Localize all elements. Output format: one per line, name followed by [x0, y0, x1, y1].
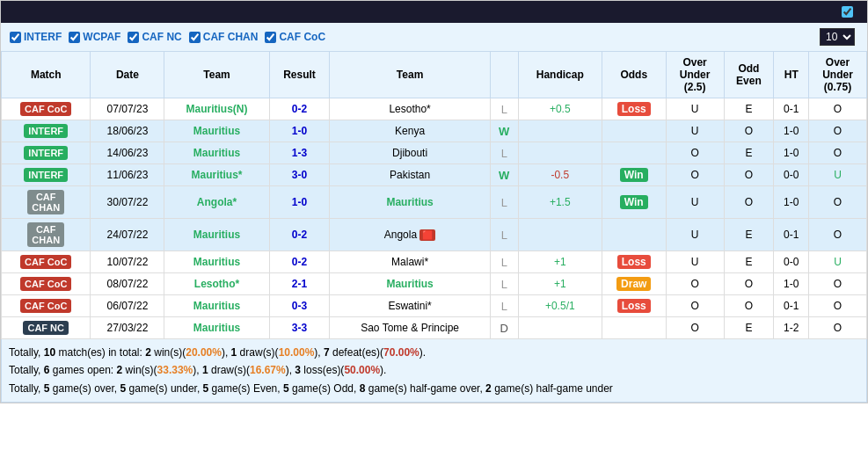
footer-line1: Totally, 10 match(es) in total: 2 win(s)… [9, 344, 859, 361]
col-team2: Team [330, 52, 490, 98]
match-type-cell: CAF CoC [2, 251, 91, 273]
over-under2-cell: U [809, 251, 867, 273]
header-right [842, 6, 858, 18]
odds-cell [602, 219, 666, 251]
over-under2-cell: U [809, 164, 867, 186]
table-row: CAFCHAN24/07/22Mauritius0-2Angola 🟥LUE0-… [2, 219, 867, 251]
wdl-cell: L [490, 251, 518, 273]
result-cell: 1-0 [269, 120, 330, 142]
filter-caf-coc: CAF CoC [265, 31, 325, 43]
match-type-cell: CAF CoC [2, 98, 91, 120]
table-row: CAF CoC10/07/22Mauritius0-2Malawi*L+1Los… [2, 251, 867, 273]
over-under2-cell: O [809, 186, 867, 219]
handicap-cell: +0.5/1 [518, 295, 602, 317]
result-cell: 0-3 [269, 295, 330, 317]
filter-interf: INTERF [10, 31, 62, 43]
odd-even-cell: E [724, 219, 774, 251]
over-under-cell: O [666, 164, 724, 186]
result-cell: 3-3 [269, 317, 330, 339]
team2-cell: Angola 🟥 [330, 219, 490, 251]
filter-interf-checkbox[interactable] [10, 32, 21, 43]
wdl-cell: L [490, 186, 518, 219]
table-row: CAF NC27/03/22Mauritius3-3Sao Tome & Pri… [2, 317, 867, 339]
col-odd-even: OddEven [724, 52, 774, 98]
main-container: INTERF WCPAF CAF NC CAF CHAN CAF CoC 5 1… [0, 0, 868, 403]
filter-caf-coc-checkbox[interactable] [265, 32, 276, 43]
handicap-cell: +1 [518, 273, 602, 295]
last-section: 5 10 15 20 All [816, 28, 858, 46]
ht-cell: 1-0 [774, 186, 809, 219]
date-cell: 24/07/22 [91, 219, 164, 251]
wdl-cell: L [490, 98, 518, 120]
over-under-cell: O [666, 295, 724, 317]
table-row: CAF CoC08/07/22Lesotho*2-1MauritiusL+1Dr… [2, 273, 867, 295]
team2-cell: Djibouti [330, 142, 490, 164]
handicap-cell: +1.5 [518, 186, 602, 219]
odd-even-cell: E [724, 142, 774, 164]
wdl-cell: L [490, 219, 518, 251]
result-cell: 0-2 [269, 219, 330, 251]
footer-line3: Totally, 5 game(s) over, 5 game(s) under… [9, 380, 859, 397]
filter-caf-coc-label: CAF CoC [279, 31, 325, 43]
wdl-cell: L [490, 273, 518, 295]
match-type-cell: CAF NC [2, 317, 91, 339]
team2-cell: Pakistan [330, 164, 490, 186]
result-cell: 0-2 [269, 251, 330, 273]
result-cell: 1-0 [269, 186, 330, 219]
scores-table: Match Date Team Result Team Handicap Odd… [1, 51, 867, 339]
handicap-cell [518, 219, 602, 251]
filter-caf-chan-checkbox[interactable] [189, 32, 201, 43]
header [1, 1, 867, 23]
col-match: Match [2, 52, 91, 98]
team1-cell: Mauritius [164, 120, 269, 142]
over-under2-cell: O [809, 142, 867, 164]
handicap-cell: +0.5 [518, 98, 602, 120]
handicap-cell [518, 120, 602, 142]
over-under-cell: U [666, 98, 724, 120]
date-cell: 08/07/22 [91, 273, 164, 295]
team1-cell: Mauritius(N) [164, 98, 269, 120]
col-over-under: OverUnder(2.5) [666, 52, 724, 98]
over-under2-cell: O [809, 273, 867, 295]
odd-even-cell: E [724, 251, 774, 273]
result-cell: 0-2 [269, 98, 330, 120]
table-header-row: Match Date Team Result Team Handicap Odd… [2, 52, 867, 98]
col-result: Result [269, 52, 330, 98]
wdl-cell: W [490, 120, 518, 142]
team1-cell: Mauritius [164, 142, 269, 164]
team2-cell: Malawi* [330, 251, 490, 273]
odds-cell [602, 142, 666, 164]
odds-cell: Win [602, 164, 666, 186]
filter-interf-label: INTERF [24, 31, 62, 43]
over-under2-cell: O [809, 219, 867, 251]
over-under-cell: U [666, 219, 724, 251]
ht-cell: 0-1 [774, 219, 809, 251]
filter-caf-nc: CAF NC [128, 31, 181, 43]
odd-even-cell: E [724, 317, 774, 339]
table-row: CAF CoC06/07/22Mauritius0-3Eswatini*L+0.… [2, 295, 867, 317]
display-notes-checkbox[interactable] [842, 6, 853, 18]
col-handicap: Handicap [518, 52, 602, 98]
over-under2-cell: O [809, 295, 867, 317]
team2-cell: Lesotho* [330, 98, 490, 120]
filter-wcpaf-checkbox[interactable] [69, 32, 80, 43]
filter-caf-nc-label: CAF NC [142, 31, 181, 43]
filter-caf-nc-checkbox[interactable] [128, 32, 139, 43]
result-cell: 2-1 [269, 273, 330, 295]
odds-cell: Loss [602, 98, 666, 120]
filter-wcpaf: WCPAF [69, 31, 120, 43]
ht-cell: 0-1 [774, 295, 809, 317]
table-row: INTERF11/06/23Mauritius*3-0PakistanW-0.5… [2, 164, 867, 186]
date-cell: 06/07/22 [91, 295, 164, 317]
last-select[interactable]: 5 10 15 20 All [820, 28, 855, 46]
team2-cell: Eswatini* [330, 295, 490, 317]
odds-cell [602, 120, 666, 142]
odd-even-cell: O [724, 186, 774, 219]
wdl-cell: W [490, 164, 518, 186]
table-row: INTERF18/06/23Mauritius1-0KenyaWUO1-0O [2, 120, 867, 142]
result-cell: 3-0 [269, 164, 330, 186]
match-type-cell: CAF CoC [2, 273, 91, 295]
filter-caf-chan-label: CAF CHAN [203, 31, 259, 43]
team2-cell: Mauritius [330, 186, 490, 219]
wdl-cell: L [490, 295, 518, 317]
